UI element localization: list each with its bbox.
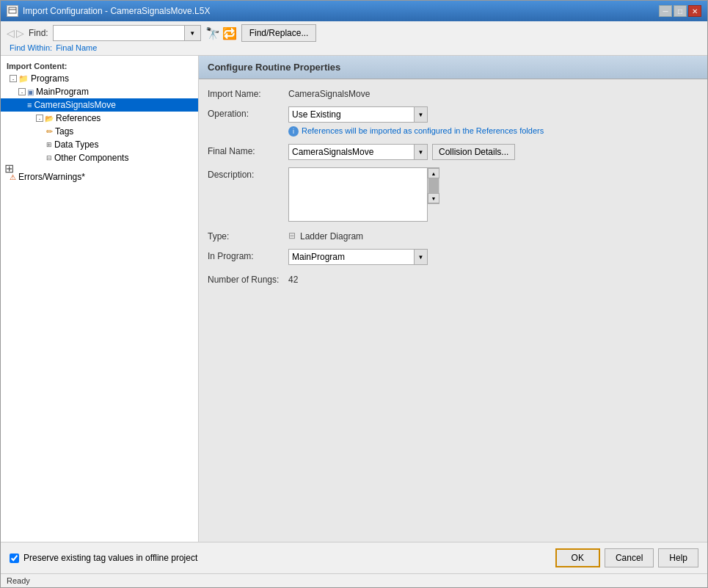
final-name-label: Final Name: bbox=[208, 144, 288, 156]
description-control: ▲ ▼ bbox=[288, 167, 439, 222]
checkbox-row: Preserve existing tag values in offline … bbox=[10, 553, 197, 563]
rungs-value: 42 bbox=[288, 272, 698, 285]
operation-select-wrapper: Use Existing Create New Overwrite ▼ bbox=[288, 106, 428, 123]
find-within-row: Find Within: Final Name bbox=[7, 43, 701, 52]
import-name-label: Import Name: bbox=[208, 87, 288, 99]
tree-item-othercomponents[interactable]: ⊟ Other Components bbox=[1, 151, 198, 164]
svg-rect-0 bbox=[9, 7, 16, 13]
othercomponents-label: Other Components bbox=[54, 153, 128, 163]
maximize-button[interactable]: □ bbox=[674, 5, 687, 17]
info-text: References will be imported as configure… bbox=[302, 126, 544, 137]
expand-references[interactable]: - bbox=[36, 115, 43, 122]
find-label: Find: bbox=[29, 28, 48, 38]
operation-control: Use Existing Create New Overwrite ▼ i Re… bbox=[288, 106, 544, 137]
cancel-button[interactable]: Cancel bbox=[605, 548, 654, 567]
final-name-select[interactable]: CameraSignalsMove bbox=[289, 145, 414, 159]
replace-icon[interactable]: 🔁 bbox=[222, 26, 237, 40]
rungs-row: Number of Rungs: 42 bbox=[208, 272, 698, 286]
bottom-bar: Preserve existing tag values in offline … bbox=[1, 542, 707, 573]
tree-item-datatypes[interactable]: ⊞ Data Types bbox=[1, 138, 198, 151]
bottom-buttons: OK Cancel Help bbox=[555, 548, 698, 567]
type-value: Ladder Diagram bbox=[300, 229, 363, 242]
main-content: Import Content: - 📁 Programs - ▣ MainPro… bbox=[1, 56, 707, 542]
preserve-checkbox[interactable] bbox=[10, 553, 19, 563]
mainprogram-icon: ▣ bbox=[27, 88, 34, 96]
import-name-row: Import Name: CameraSignalsMove bbox=[208, 87, 698, 99]
programs-icon: 📁 bbox=[18, 74, 29, 84]
routine-icon: ≡ bbox=[27, 101, 32, 109]
find-input[interactable] bbox=[53, 25, 185, 41]
type-label: Type: bbox=[208, 229, 288, 242]
import-content-header: Import Content: bbox=[1, 59, 198, 72]
expand-programs[interactable]: - bbox=[10, 75, 17, 82]
close-button[interactable]: ✕ bbox=[688, 5, 701, 17]
description-textarea[interactable] bbox=[289, 168, 427, 221]
in-program-label: In Program: bbox=[208, 249, 288, 261]
rungs-label: Number of Rungs: bbox=[208, 272, 288, 286]
operation-row: Operation: Use Existing Create New Overw… bbox=[208, 106, 698, 137]
find-replace-button[interactable]: Find/Replace... bbox=[241, 24, 317, 42]
operation-label: Operation: bbox=[208, 106, 288, 119]
scroll-up-button[interactable]: ▲ bbox=[428, 168, 439, 178]
othercomponents-icon: ⊟ bbox=[46, 154, 52, 161]
tree-item-mainprogram[interactable]: - ▣ MainProgram bbox=[1, 85, 198, 98]
tree-item-camerasignalsmove[interactable]: ≡ CameraSignalsMove bbox=[1, 98, 198, 112]
in-program-select[interactable]: MainProgram bbox=[289, 250, 414, 264]
help-button[interactable]: Help bbox=[658, 548, 698, 567]
scroll-down-button[interactable]: ▼ bbox=[428, 193, 439, 203]
scroll-track bbox=[428, 178, 439, 193]
minimize-button[interactable]: ─ bbox=[659, 5, 672, 17]
tree-item-references[interactable]: - 📂 References bbox=[1, 112, 198, 125]
datatypes-icon: ⊞ bbox=[46, 141, 52, 148]
ok-button[interactable]: OK bbox=[555, 548, 600, 567]
toolbar-find-row: ◁ ▷ Find: ▼ 🔭 🔁 Find/Replace... bbox=[7, 24, 701, 42]
window-icon bbox=[7, 5, 18, 17]
final-name-dropdown-arrow: ▼ bbox=[414, 145, 427, 159]
status-text: Ready bbox=[7, 576, 30, 585]
ladder-icon: ⊟ bbox=[288, 231, 296, 241]
description-scroll-area bbox=[288, 167, 428, 222]
forward-icon[interactable]: ▷ bbox=[16, 27, 24, 39]
right-panel: Configure Routine Properties Import Name… bbox=[199, 56, 707, 542]
final-name-select-wrapper: CameraSignalsMove ▼ bbox=[288, 144, 428, 160]
errorswarnings-label: Errors/Warnings* bbox=[18, 172, 85, 182]
find-within-label: Find Within: Final Name bbox=[7, 43, 97, 52]
operation-select[interactable]: Use Existing Create New Overwrite bbox=[289, 107, 414, 122]
tree-item-errorswarnings[interactable]: ⚠ Errors/Warnings* bbox=[1, 170, 198, 184]
in-program-select-wrapper: MainProgram ▼ bbox=[288, 249, 428, 265]
type-row: Type: ⊟ Ladder Diagram bbox=[208, 229, 698, 242]
preserve-label: Preserve existing tag values in offline … bbox=[23, 553, 197, 563]
left-panel: Import Content: - 📁 Programs - ▣ MainPro… bbox=[1, 56, 199, 542]
toolbar: ◁ ▷ Find: ▼ 🔭 🔁 Find/Replace... Find Wit… bbox=[1, 21, 707, 56]
main-window: Import Configuration - CameraSignalsMove… bbox=[0, 0, 708, 588]
find-within-value[interactable]: Final Name bbox=[56, 43, 97, 52]
mainprogram-label: MainProgram bbox=[36, 87, 89, 97]
config-body: Import Name: CameraSignalsMove Operation… bbox=[199, 79, 707, 301]
description-label: Description: bbox=[208, 167, 288, 180]
camerasignalsmove-label: CameraSignalsMove bbox=[34, 100, 115, 110]
info-icon: i bbox=[288, 126, 299, 137]
tags-label: Tags bbox=[55, 126, 73, 137]
title-bar: Import Configuration - CameraSignalsMove… bbox=[1, 1, 707, 21]
side-action-icon[interactable]: ⊞ bbox=[4, 161, 14, 175]
datatypes-label: Data Types bbox=[54, 139, 98, 150]
expand-mainprogram[interactable]: - bbox=[18, 88, 26, 95]
window-title: Import Configuration - CameraSignalsMove… bbox=[23, 6, 210, 16]
in-program-row: In Program: MainProgram ▼ bbox=[208, 249, 698, 265]
programs-label: Programs bbox=[31, 73, 69, 84]
collision-details-button[interactable]: Collision Details... bbox=[432, 144, 515, 160]
operation-dropdown-arrow: ▼ bbox=[414, 107, 427, 122]
tree-item-programs[interactable]: - 📁 Programs bbox=[1, 72, 198, 85]
scroll-thumb bbox=[428, 178, 439, 193]
back-icon[interactable]: ◁ bbox=[7, 27, 15, 39]
in-program-dropdown-arrow: ▼ bbox=[414, 250, 427, 264]
references-icon: 📂 bbox=[45, 115, 54, 123]
tree-item-tags[interactable]: ✏ Tags bbox=[1, 125, 198, 138]
description-row: Description: ▲ ▼ bbox=[208, 167, 698, 222]
final-name-row: Final Name: CameraSignalsMove ▼ Collisio… bbox=[208, 144, 698, 160]
references-label: References bbox=[56, 113, 101, 123]
find-dropdown-arrow[interactable]: ▼ bbox=[185, 25, 201, 41]
type-control: ⊟ Ladder Diagram bbox=[288, 229, 363, 242]
binoculars-icon[interactable]: 🔭 bbox=[205, 26, 220, 40]
title-bar-left: Import Configuration - CameraSignalsMove… bbox=[7, 5, 210, 17]
